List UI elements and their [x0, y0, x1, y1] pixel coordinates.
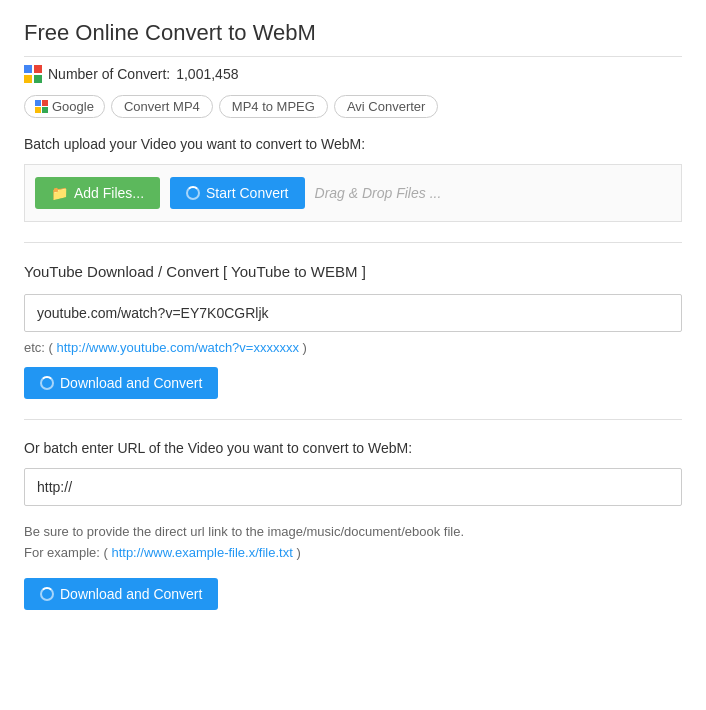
convert-count-row: Number of Convert: 1,001,458 [24, 65, 682, 83]
youtube-section: YouTube Download / Convert [ YouTube to … [24, 263, 682, 399]
youtube-download-icon [40, 376, 54, 390]
batch-download-button[interactable]: Download and Convert [24, 578, 218, 610]
drag-drop-text: Drag & Drop Files ... [315, 185, 442, 201]
nav-convert-mp4[interactable]: Convert MP4 [111, 95, 213, 118]
youtube-url-input[interactable] [24, 294, 682, 332]
add-files-label: Add Files... [74, 185, 144, 201]
youtube-hint-prefix: etc: ( [24, 340, 53, 355]
upload-area: 📁 Add Files... Start Convert Drag & Drop… [24, 164, 682, 222]
batch-download-label: Download and Convert [60, 586, 202, 602]
youtube-hint-url[interactable]: http://www.youtube.com/watch?v=xxxxxxx [57, 340, 299, 355]
youtube-hint: etc: ( http://www.youtube.com/watch?v=xx… [24, 340, 682, 355]
page-title: Free Online Convert to WebM [24, 20, 682, 57]
batch-url-input[interactable] [24, 468, 682, 506]
batch-hint-line1: Be sure to provide the direct url link t… [24, 524, 464, 539]
youtube-section-title: YouTube Download / Convert [ YouTube to … [24, 263, 682, 280]
start-convert-label: Start Convert [206, 185, 288, 201]
add-files-button[interactable]: 📁 Add Files... [35, 177, 160, 209]
nav-avi-converter[interactable]: Avi Converter [334, 95, 439, 118]
nav-mp4-mpeg[interactable]: MP4 to MPEG [219, 95, 328, 118]
divider-2 [24, 419, 682, 420]
refresh-icon [186, 186, 200, 200]
folder-icon: 📁 [51, 185, 68, 201]
divider-1 [24, 242, 682, 243]
batch-url-label: Or batch enter URL of the Video you want… [24, 440, 682, 456]
youtube-hint-suffix: ) [303, 340, 307, 355]
batch-hint-prefix: For example: ( [24, 545, 108, 560]
youtube-download-button[interactable]: Download and Convert [24, 367, 218, 399]
convert-count-value: 1,001,458 [176, 66, 238, 82]
batch-hint-suffix: ) [296, 545, 300, 560]
convert-count-label: Number of Convert: [48, 66, 170, 82]
batch-hint-link[interactable]: http://www.example-file.x/file.txt [111, 545, 292, 560]
batch-download-icon [40, 587, 54, 601]
nav-google-link[interactable]: Google [24, 95, 105, 118]
batch-url-section: Or batch enter URL of the Video you want… [24, 440, 682, 610]
start-convert-button[interactable]: Start Convert [170, 177, 304, 209]
squares-icon [24, 65, 42, 83]
upload-section-label: Batch upload your Video you want to conv… [24, 136, 682, 152]
nav-links: Google Convert MP4 MP4 to MPEG Avi Conve… [24, 95, 682, 118]
google-icon [35, 100, 48, 113]
convert-count-icon [24, 65, 42, 83]
youtube-download-label: Download and Convert [60, 375, 202, 391]
batch-url-hint: Be sure to provide the direct url link t… [24, 522, 682, 564]
google-label: Google [52, 99, 94, 114]
